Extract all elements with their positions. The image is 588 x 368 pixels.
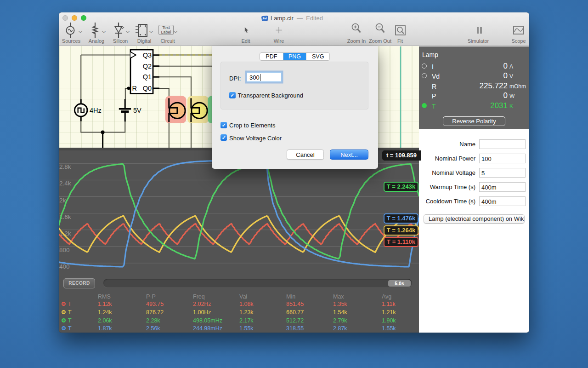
svg-text:800: 800	[59, 247, 70, 253]
svg-text:Q1: Q1	[143, 73, 152, 80]
svg-text:Q3: Q3	[143, 52, 152, 59]
svg-text:Q2: Q2	[143, 63, 152, 70]
svg-text:2.4k: 2.4k	[59, 180, 71, 187]
svg-text:4Hz: 4Hz	[90, 107, 102, 114]
svg-text:2k: 2k	[59, 197, 66, 204]
svg-text:R: R	[132, 85, 137, 92]
svg-text:5V: 5V	[133, 107, 141, 114]
svg-text:2.8k: 2.8k	[59, 163, 71, 170]
svg-text:Q0: Q0	[143, 85, 152, 92]
